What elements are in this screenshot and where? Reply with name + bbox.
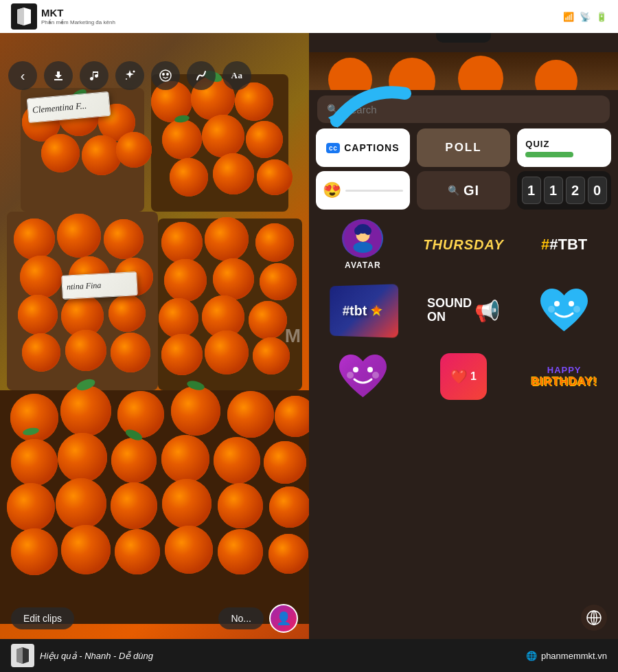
tbc-sticker[interactable]: #tbt: [316, 280, 410, 341]
svg-point-165: [347, 372, 354, 379]
logo-icon: [11, 3, 37, 30]
tbt-sticker[interactable]: ##TBT: [517, 214, 611, 276]
sound-on-sticker[interactable]: SOUNDON 📢: [417, 280, 511, 341]
avatar-sticker[interactable]: AVATAR: [316, 214, 410, 276]
avatar-label: AVATAR: [345, 260, 380, 270]
svg-point-59: [22, 333, 60, 372]
signal-icon: 📶: [563, 12, 574, 22]
fruit-scene: [0, 33, 309, 639]
svg-point-156: [365, 227, 371, 235]
countdown-sticker[interactable]: 1 1 2 0: [517, 171, 611, 210]
svg-point-164: [367, 367, 373, 372]
svg-point-81: [249, 301, 287, 339]
svg-point-147: [389, 58, 435, 90]
svg-point-119: [162, 479, 211, 528]
svg-point-91: [60, 385, 111, 436]
svg-point-30: [246, 121, 283, 158]
svg-point-14: [41, 134, 80, 172]
svg-point-163: [353, 367, 358, 372]
digit-2: 1: [544, 177, 563, 204]
like-counter-sticker[interactable]: ❤️ 1: [417, 346, 511, 407]
emoji-slider-sticker[interactable]: 😍: [316, 171, 410, 210]
quiz-progress-bar: [525, 152, 573, 157]
purple-heart-svg: [334, 349, 392, 404]
search-bar[interactable]: 🔍: [317, 96, 610, 123]
story-toolbar: ‹: [0, 55, 309, 96]
svg-point-159: [554, 301, 560, 306]
svg-point-69: [255, 223, 294, 262]
svg-point-133: [218, 529, 263, 574]
cc-icon: cc: [326, 143, 340, 153]
svg-point-89: [10, 394, 58, 442]
sticker-row-3: AVATAR THURSDAY ##TBT: [309, 214, 618, 276]
tbc-inner: #tbt: [330, 284, 399, 337]
next-button[interactable]: No...: [218, 607, 264, 629]
thursday-sticker[interactable]: THURSDAY: [417, 214, 511, 276]
svg-marker-172: [16, 647, 23, 664]
effects-button[interactable]: [115, 61, 144, 90]
globe-icon: [586, 609, 602, 626]
music-button[interactable]: [80, 61, 108, 90]
edit-clips-button[interactable]: Edit clips: [11, 607, 74, 629]
tbt-hash: #: [541, 236, 549, 253]
svg-point-28: [202, 115, 244, 157]
svg-point-83: [161, 334, 203, 375]
battery-icon: 🔋: [596, 12, 607, 22]
svg-point-53: [18, 295, 58, 335]
svg-point-131: [165, 526, 213, 574]
search-input[interactable]: [344, 104, 600, 115]
profile-avatar[interactable]: 👤: [269, 604, 298, 633]
blue-heart-sticker[interactable]: [517, 280, 611, 341]
digit-4: 0: [588, 177, 607, 204]
download-button[interactable]: [44, 61, 73, 90]
svg-point-32: [170, 158, 208, 197]
sticker-row-1: cc CAPTIONS POLL QUIZ: [309, 128, 618, 167]
thursday-text: THURSDAY: [423, 237, 504, 253]
svg-point-143: [160, 70, 171, 81]
svg-point-125: [11, 528, 58, 575]
svg-point-36: [257, 159, 293, 195]
watermark: M: [285, 325, 302, 347]
sticker-row-5: ❤️ 1 HAPPY BIRTHDAY!: [309, 346, 618, 407]
left-panel: Clementina F... ntina Fina M ‹: [0, 33, 309, 639]
birthday-text: HAPPY BIRTHDAY!: [531, 365, 597, 389]
right-panel: 🔍 cc CAPTIONS POLL QUIZ: [309, 33, 618, 639]
soundon-content: SOUNDON 📢: [427, 297, 500, 324]
scribble-button[interactable]: [187, 61, 216, 90]
purple-heart-sticker[interactable]: [316, 346, 410, 407]
svg-point-41: [14, 219, 55, 260]
back-button[interactable]: ‹: [8, 61, 37, 90]
sticker-row-2: 😍 🔍 GI 1 1 2 0: [309, 171, 618, 210]
birthday-sticker[interactable]: HAPPY BIRTHDAY!: [517, 346, 611, 407]
svg-point-117: [111, 482, 157, 529]
svg-point-85: [205, 331, 249, 374]
search-icon: 🔍: [327, 104, 339, 115]
poll-label: POLL: [445, 141, 481, 155]
tbt-text: ##TBT: [541, 236, 587, 254]
quiz-sticker[interactable]: QUIZ: [517, 128, 611, 167]
svg-point-63: [111, 333, 150, 372]
svg-point-95: [171, 386, 220, 436]
like-inner: ❤️ 1: [440, 353, 487, 400]
svg-point-43: [57, 214, 101, 258]
main-content: Clementina F... ntina Fina M ‹: [0, 33, 618, 639]
svg-point-135: [268, 534, 308, 574]
svg-point-103: [58, 433, 107, 482]
svg-point-71: [164, 259, 207, 302]
svg-point-141: [133, 71, 135, 73]
phone-notch-area: [309, 33, 618, 52]
language-button[interactable]: [581, 605, 607, 631]
text-button[interactable]: Aa: [222, 61, 251, 90]
footer-logo-box: [11, 644, 34, 667]
svg-point-161: [548, 306, 555, 313]
svg-point-47: [20, 256, 62, 298]
svg-point-97: [227, 391, 274, 438]
captions-label: CAPTIONS: [344, 142, 399, 153]
wifi-icon: 📡: [580, 12, 591, 22]
footer-website: phanmemmkt.vn: [541, 651, 607, 661]
poll-sticker[interactable]: POLL: [417, 128, 511, 167]
svg-point-155: [354, 227, 361, 235]
gif-search-sticker[interactable]: 🔍 GI: [417, 171, 511, 210]
captions-sticker[interactable]: cc CAPTIONS: [316, 128, 410, 167]
face-button[interactable]: [151, 61, 180, 90]
